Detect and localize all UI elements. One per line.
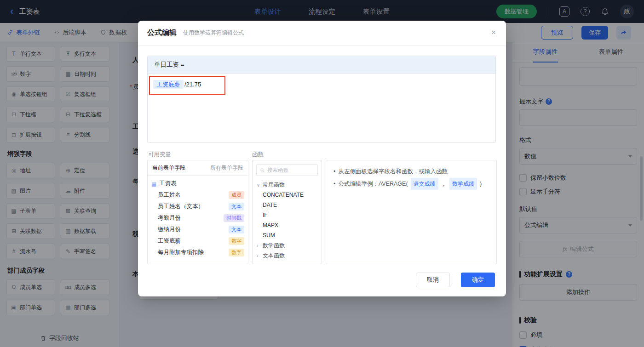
confirm-button[interactable]: 确定 xyxy=(461,273,495,287)
field-type-tag: 数字 xyxy=(229,237,244,245)
functions-panel: ∨ 常用函数 CONCATENATE DATE IF MAPX SUM › 数学… xyxy=(252,160,322,264)
search-icon xyxy=(260,168,265,173)
modal-header: 公式编辑 使用数学运算符编辑公式 xyxy=(138,21,506,46)
formula-field-chip[interactable]: 工资底薪 xyxy=(153,80,184,89)
field-type-tag: 成员 xyxy=(229,191,244,199)
bullet-icon: • xyxy=(334,166,335,177)
function-group-math[interactable]: › 数学函数 xyxy=(253,240,322,250)
formula-target: 单日工资 = xyxy=(148,56,495,74)
function-group-text[interactable]: › 文本函数 xyxy=(253,250,322,261)
example-field-chip: 数学成绩 xyxy=(449,178,477,190)
example-comma: ， xyxy=(441,178,447,189)
example-close-paren: ) xyxy=(480,178,482,189)
chevron-right-icon: › xyxy=(257,253,260,258)
function-item[interactable]: SUM xyxy=(253,230,322,240)
formula-expression: /21.75 xyxy=(184,81,201,88)
variables-panel: 当前表单字段 所有表单字段 ▤ 工资表 员工姓名成员 员工姓名（文本）文本 考勤… xyxy=(147,160,248,264)
chevron-right-icon: › xyxy=(257,243,260,248)
bullet-icon: • xyxy=(334,178,335,189)
variables-label: 可用变量 xyxy=(148,151,171,159)
formula-editor-box: 单日工资 = 工资底薪/21.75 xyxy=(147,56,496,143)
formula-editor-modal: 公式编辑 使用数学运算符编辑公式 × 单日工资 = 工资底薪/21.75 可用变… xyxy=(138,21,506,296)
formula-input-area[interactable]: 工资底薪/21.75 xyxy=(148,74,495,142)
function-group-common[interactable]: ∨ 常用函数 xyxy=(253,180,322,190)
function-item[interactable]: CONCATENATE xyxy=(253,190,322,200)
cancel-button[interactable]: 取消 xyxy=(416,273,450,287)
document-icon: ▤ xyxy=(151,181,156,187)
variable-row[interactable]: 员工姓名成员 xyxy=(151,189,244,201)
field-type-tag: 时间戳 xyxy=(224,214,244,222)
function-search-box[interactable] xyxy=(256,164,318,176)
field-type-tag: 文本 xyxy=(229,226,244,233)
variable-row[interactable]: 考勤月份时间戳 xyxy=(151,212,244,224)
help-example-label: 公式编辑举例：AVERAGE( xyxy=(338,178,408,189)
function-item[interactable]: IF xyxy=(253,210,322,220)
tab-current-form-fields[interactable]: 当前表单字段 xyxy=(152,164,185,172)
variable-row[interactable]: 工资底薪数字 xyxy=(151,235,244,247)
chevron-down-icon: ∨ xyxy=(257,182,260,188)
variable-row[interactable]: 每月附加专项扣除数字 xyxy=(151,247,244,258)
example-field-chip: 语文成绩 xyxy=(411,178,438,190)
close-icon[interactable]: × xyxy=(491,28,496,37)
function-item[interactable]: MAPX xyxy=(253,220,322,230)
variable-row[interactable]: 员工姓名（文本）文本 xyxy=(151,201,244,212)
formula-help-panel: • 从左侧面板选择字段名和函数，或输入函数 • 公式编辑举例：AVERAGE( … xyxy=(326,160,497,264)
functions-label: 函数 xyxy=(252,151,264,159)
tab-all-form-fields[interactable]: 所有表单字段 xyxy=(210,164,243,172)
help-line-1: 从左侧面板选择字段名和函数，或输入函数 xyxy=(338,166,448,177)
field-type-tag: 文本 xyxy=(229,203,244,210)
function-search-input[interactable] xyxy=(267,167,314,173)
function-item[interactable]: DATE xyxy=(253,200,322,210)
modal-title: 公式编辑 xyxy=(147,28,177,38)
field-type-tag: 数字 xyxy=(229,249,244,256)
modal-subtitle: 使用数学运算符编辑公式 xyxy=(183,29,244,37)
variable-row[interactable]: 缴纳月份文本 xyxy=(151,224,244,235)
variables-tree-root[interactable]: ▤ 工资表 xyxy=(151,178,244,189)
